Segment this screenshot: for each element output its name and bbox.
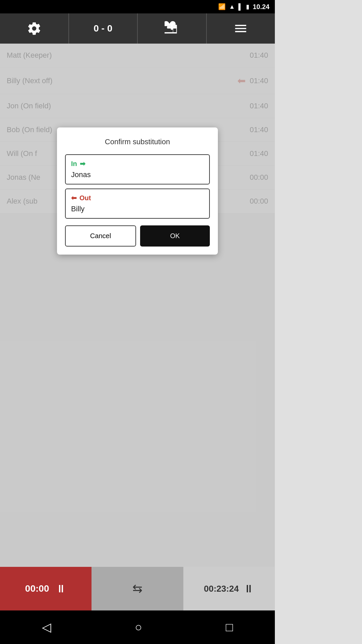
- in-player-name: Jonas: [71, 170, 204, 179]
- out-label-group: ⬅ Out: [71, 194, 204, 202]
- status-bar: 📶 ▲ ▌ ▮ 10.24: [0, 0, 275, 13]
- svg-rect-0: [171, 22, 173, 30]
- modal-buttons: Cancel OK: [65, 225, 210, 247]
- score-text: 0 - 0: [94, 23, 112, 34]
- in-substitution-box: In ➡ Jonas: [65, 154, 210, 184]
- bluetooth-icon: 📶: [218, 3, 226, 10]
- bottom-timer-bar: 00:00 ⏸ ⇆ 00:23:24 ⏸: [0, 567, 275, 610]
- modal-overlay: Confirm substitution In ➡ Jonas ⬅ Out Bi…: [0, 44, 275, 644]
- status-time: 10.24: [253, 3, 269, 11]
- out-substitution-box: ⬅ Out Billy: [65, 189, 210, 219]
- out-arrow-icon: ⬅: [71, 194, 77, 202]
- battery-icon: ▮: [246, 3, 249, 10]
- settings-button[interactable]: [0, 13, 69, 44]
- add-icon: [165, 21, 179, 36]
- toolbar: 0 - 0: [0, 13, 275, 44]
- pause-icon-right[interactable]: ⏸: [243, 583, 254, 595]
- back-nav-icon[interactable]: ◁: [42, 620, 51, 634]
- timer-center-section[interactable]: ⇆: [92, 567, 183, 610]
- confirm-substitution-modal: Confirm substitution In ➡ Jonas ⬅ Out Bi…: [57, 127, 218, 255]
- out-label: Out: [79, 194, 91, 202]
- in-arrow-icon: ➡: [80, 160, 85, 168]
- in-label-group: In ➡: [71, 160, 204, 168]
- add-button[interactable]: [138, 13, 207, 44]
- pause-icon-left[interactable]: ⏸: [56, 583, 66, 595]
- timer-right-section[interactable]: 00:23:24 ⏸: [183, 567, 275, 610]
- wifi-icon: ▲: [229, 3, 235, 10]
- modal-title: Confirm substitution: [65, 138, 210, 146]
- swap-icon[interactable]: ⇆: [132, 582, 142, 596]
- signal-icon: ▌: [238, 3, 243, 10]
- home-nav-icon[interactable]: ○: [135, 620, 142, 634]
- menu-button[interactable]: [207, 13, 275, 44]
- out-player-name: Billy: [71, 205, 204, 213]
- timer-right-value: 00:23:24: [204, 584, 239, 594]
- in-label: In: [71, 160, 77, 168]
- menu-icon: [233, 21, 248, 36]
- recents-nav-icon[interactable]: □: [226, 620, 233, 634]
- gear-icon: [27, 21, 42, 36]
- timer-left-value: 00:00: [25, 583, 49, 594]
- timer-left-section[interactable]: 00:00 ⏸: [0, 567, 92, 610]
- score-display[interactable]: 0 - 0: [69, 13, 138, 44]
- navigation-bar: ◁ ○ □: [0, 610, 275, 644]
- cancel-button[interactable]: Cancel: [65, 225, 136, 247]
- ok-button[interactable]: OK: [140, 225, 210, 247]
- svg-rect-1: [167, 26, 177, 29]
